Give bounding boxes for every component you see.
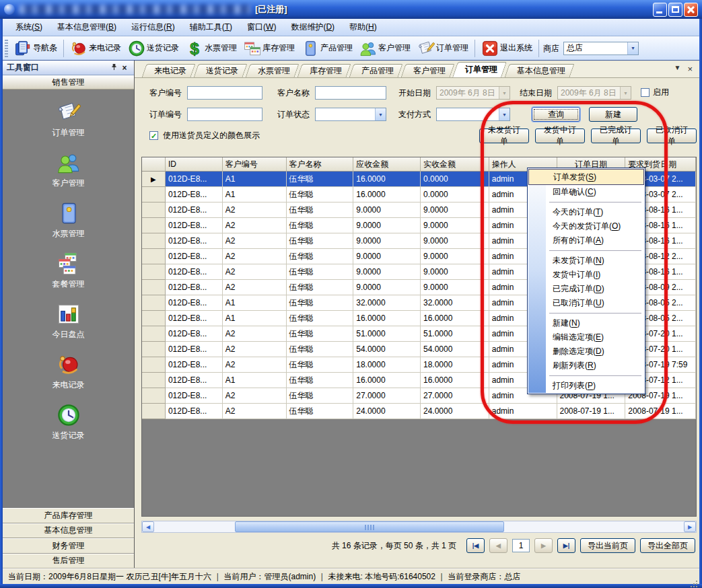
tab[interactable]: 送货记录 <box>202 64 245 77</box>
row-selector[interactable]: ▶ <box>142 357 166 373</box>
scroll-right-icon[interactable]: ▶ <box>684 521 696 532</box>
tab-close-icon[interactable]: × <box>687 64 693 74</box>
chevron-down-icon[interactable]: ▼ <box>499 108 510 120</box>
sidebar-group-bar[interactable]: 财务管理 <box>3 538 134 554</box>
sidebar-item[interactable]: 今日盘点 <box>52 302 85 340</box>
row-selector[interactable]: ▶ <box>142 187 166 203</box>
export-current-page-button[interactable]: 导出当前页 <box>580 538 635 553</box>
menubar-item[interactable]: 辅助工具(T) <box>182 19 240 36</box>
menubar-item[interactable]: 系统(S) <box>8 19 50 36</box>
sidebar-item[interactable]: 水票管理 <box>52 201 85 240</box>
pay-method-select[interactable]: ▼ <box>436 108 510 121</box>
menubar-item[interactable]: 帮助(H) <box>342 19 384 36</box>
context-menu-item[interactable]: 删除选定项(D) <box>528 344 644 359</box>
tab[interactable]: 水票管理 <box>254 64 297 77</box>
order-no-input[interactable] <box>187 108 262 121</box>
context-menu-item[interactable]: 回单确认(C) <box>528 185 644 199</box>
column-header[interactable]: 应收金额 <box>353 157 421 172</box>
context-menu-item[interactable]: 发货中订单(I) <box>528 268 644 282</box>
query-button[interactable]: 查询 <box>532 107 580 122</box>
toolbar-button[interactable]: 产品管理 <box>298 38 356 59</box>
toolbar-button[interactable]: 订单管理 <box>414 38 472 59</box>
last-page-button[interactable]: ▶| <box>557 538 575 553</box>
row-selector[interactable]: ▶ <box>142 172 166 187</box>
tool-window-close-icon[interactable]: × <box>119 63 130 73</box>
row-selector[interactable]: ▶ <box>142 326 166 342</box>
row-selector[interactable]: ▶ <box>142 218 166 233</box>
next-page-button[interactable]: ▶ <box>534 538 553 553</box>
context-menu-item[interactable]: 今天的订单(T) <box>528 205 644 219</box>
menubar-item[interactable]: 运行信息(R) <box>124 19 182 36</box>
prev-page-button[interactable]: ◀ <box>489 538 507 553</box>
tab[interactable]: 库存管理 <box>306 64 349 77</box>
menubar-item[interactable]: 窗口(W) <box>240 19 283 36</box>
context-menu-item[interactable]: 打印列表(P) <box>528 379 644 393</box>
end-date-picker[interactable]: 2009年 6月 8日 ▼ <box>557 86 631 100</box>
column-header[interactable]: 客户名称 <box>287 157 354 172</box>
status-filter-button[interactable]: 发货中订单 <box>535 128 585 143</box>
page-number-input[interactable] <box>512 539 530 552</box>
menubar-item[interactable]: 数据维护(D) <box>283 19 342 36</box>
sidebar-group-bar[interactable]: 售后管理 <box>3 554 134 569</box>
tab-list-dropdown-icon[interactable]: ▼ <box>674 64 681 74</box>
chevron-down-icon[interactable]: ▼ <box>627 42 638 54</box>
toolbar-button[interactable]: 导航条 <box>11 38 61 59</box>
order-status-select[interactable]: ▼ <box>315 108 386 121</box>
row-selector[interactable]: ▶ <box>142 249 166 264</box>
horizontal-scrollbar[interactable]: ◀ ▶ <box>141 521 697 533</box>
color-display-checkbox[interactable]: ✓ <box>149 131 158 140</box>
context-menu-item[interactable]: 编辑选定项(E) <box>528 330 644 344</box>
status-filter-button[interactable]: 未发货订单 <box>479 128 529 143</box>
close-button[interactable] <box>684 3 698 17</box>
row-selector[interactable]: ▶ <box>142 264 166 280</box>
context-menu-item[interactable]: 已取消订单(U) <box>528 296 644 310</box>
context-menu-item[interactable]: 未发货订单(N) <box>528 254 644 268</box>
context-menu-item[interactable]: 已完成订单(D) <box>528 282 644 296</box>
row-selector[interactable]: ▶ <box>142 311 166 326</box>
context-menu-item[interactable]: 所有的订单(A) <box>528 233 644 248</box>
minimize-button[interactable] <box>653 3 667 17</box>
toolbar-button[interactable]: 来电记录 <box>67 38 125 59</box>
sidebar-item[interactable]: 客户管理 <box>52 151 85 189</box>
status-filter-button[interactable]: 已完成订单 <box>591 128 641 143</box>
row-selector[interactable]: ▶ <box>142 233 166 249</box>
sidebar-item[interactable]: 套餐管理 <box>52 252 85 290</box>
row-selector[interactable]: ▶ <box>142 373 166 388</box>
chevron-down-icon[interactable]: ▼ <box>375 108 386 120</box>
scrollbar-thumb[interactable] <box>235 521 504 532</box>
tab[interactable]: 基本信息管理 <box>513 64 572 77</box>
column-header[interactable]: ID <box>166 157 223 172</box>
toolbar-button[interactable]: 送货记录 <box>125 38 182 59</box>
maximize-button[interactable] <box>668 3 682 17</box>
context-menu-item[interactable]: 订单发货(S) <box>528 169 644 185</box>
sidebar-item[interactable]: 订单管理 <box>52 100 85 139</box>
row-selector[interactable]: ▶ <box>142 342 166 357</box>
row-selector[interactable]: ▶ <box>142 404 166 419</box>
row-selector[interactable]: ▶ <box>142 280 166 295</box>
context-menu-item[interactable]: 今天的发货订单(O) <box>528 219 644 233</box>
start-date-picker[interactable]: 2009年 6月 8日 ▼ <box>436 86 510 100</box>
scroll-left-icon[interactable]: ◀ <box>142 521 154 532</box>
toolbar-button[interactable]: 客户管理 <box>356 38 414 59</box>
sidebar-item[interactable]: 送货记录 <box>52 403 85 441</box>
table-row[interactable]: ▶ 012D-E8... A2 伍华聪 24.0000 24.0000 admi… <box>142 404 696 419</box>
sidebar-group-bar[interactable]: 基本信息管理 <box>3 523 134 539</box>
context-menu-item[interactable]: 刷新列表(R) <box>528 359 644 373</box>
shop-select[interactable]: 总店 ▼ <box>563 42 639 55</box>
toolbar-grip[interactable] <box>5 40 8 57</box>
toolbar-button[interactable]: 退出系统 <box>478 38 536 59</box>
tab[interactable]: 客户管理 <box>409 64 452 77</box>
row-selector[interactable]: ▶ <box>142 295 166 311</box>
tab[interactable]: 订单管理 <box>461 62 504 77</box>
toolbar-button[interactable]: 库存管理 <box>240 38 298 59</box>
new-button[interactable]: 新建 <box>589 107 637 122</box>
tab[interactable]: 来电记录 <box>150 64 193 77</box>
context-menu-item[interactable]: 新建(N) <box>528 316 644 330</box>
sidebar-group-bar[interactable]: 产品库存管理 <box>3 508 134 523</box>
column-header[interactable]: 实收金额 <box>421 157 489 172</box>
column-header[interactable] <box>142 157 166 172</box>
status-filter-button[interactable]: 已取消订单 <box>647 128 697 143</box>
row-selector[interactable]: ▶ <box>142 388 166 404</box>
first-page-button[interactable]: |◀ <box>466 538 485 553</box>
customer-no-input[interactable] <box>187 86 262 100</box>
